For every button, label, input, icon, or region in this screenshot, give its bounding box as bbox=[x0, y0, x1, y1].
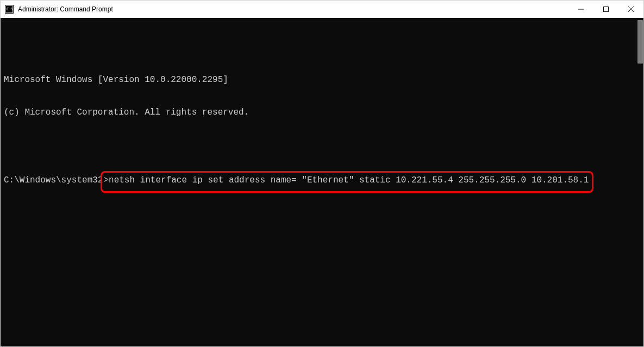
prompt-symbol: > bbox=[103, 175, 109, 185]
terminal-output-line: Microsoft Windows [Version 10.0.22000.22… bbox=[4, 74, 640, 85]
titlebar[interactable]: C:\ Administrator: Command Prompt bbox=[1, 1, 643, 18]
terminal-area[interactable]: Microsoft Windows [Version 10.0.22000.22… bbox=[1, 18, 643, 346]
maximize-button[interactable] bbox=[593, 1, 618, 18]
command-highlight: >netsh interface ip set address name= "E… bbox=[101, 171, 593, 193]
terminal-content: Microsoft Windows [Version 10.0.22000.22… bbox=[4, 53, 640, 214]
maximize-icon bbox=[603, 7, 609, 12]
window-controls bbox=[568, 1, 643, 18]
command-text: netsh interface ip set address name= "Et… bbox=[109, 175, 589, 185]
svg-rect-5 bbox=[604, 7, 609, 12]
app-icon: C:\ bbox=[5, 5, 14, 14]
command-prompt-window: C:\ Administrator: Command Prompt bbox=[0, 0, 644, 347]
minimize-icon bbox=[578, 7, 584, 12]
window-title: Administrator: Command Prompt bbox=[18, 5, 568, 13]
minimize-button[interactable] bbox=[568, 1, 593, 18]
terminal-blank-line bbox=[4, 140, 640, 150]
terminal-output-line: (c) Microsoft Corporation. All rights re… bbox=[4, 107, 640, 118]
close-icon bbox=[628, 7, 634, 12]
prompt-path: C:\Windows\system32 bbox=[4, 175, 103, 185]
svg-text:C:\: C:\ bbox=[7, 7, 14, 11]
terminal-prompt-line: C:\Windows\system32>netsh interface ip s… bbox=[4, 172, 640, 193]
close-button[interactable] bbox=[618, 1, 643, 18]
